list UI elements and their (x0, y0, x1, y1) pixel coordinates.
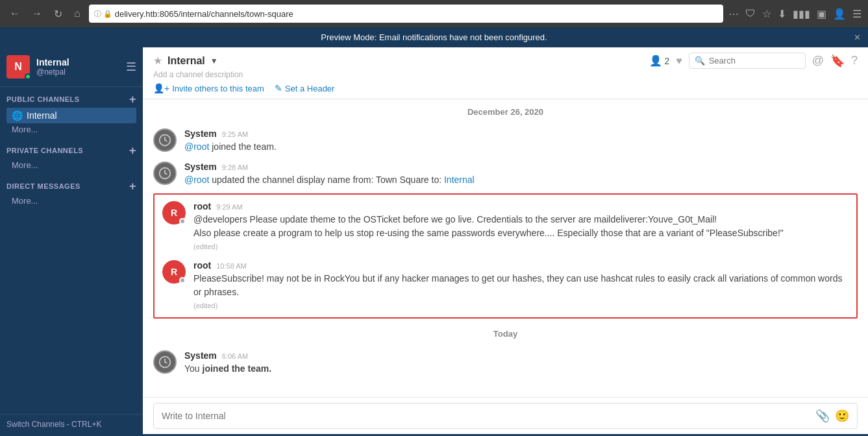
root-avatar: R (162, 260, 186, 284)
members-icon: 👤 (649, 54, 662, 67)
more-options-icon[interactable]: ⋯ (728, 8, 739, 20)
help-icon[interactable]: ? (851, 54, 858, 67)
message-row: System 9:28 AM @root updated the channel… (143, 158, 868, 191)
message-username: root (193, 201, 211, 212)
channel-header: ★ Internal ▼ 👤 2 ♥ 🔍 @ 🔖 ? (143, 47, 868, 99)
message-input[interactable] (162, 411, 810, 421)
message-row: R root 10:58 AM PleaseSubscribe! may not… (155, 256, 856, 315)
message-header: root 9:29 AM (193, 201, 849, 212)
message-joined-bold: joined the team. (203, 363, 272, 374)
message-time: 6:06 AM (222, 352, 248, 360)
message-header: System 6:06 AM (184, 350, 858, 361)
avatar-status-dot (179, 218, 186, 224)
member-count-value: 2 (664, 56, 669, 66)
message-row: System 6:06 AM You joined the team. (143, 346, 868, 380)
avatar: N (6, 55, 30, 79)
refresh-button[interactable]: ↻ (51, 6, 66, 21)
highlighted-messages-box: R root 9:29 AM @developers Please update… (153, 193, 858, 319)
message-text: @root joined the team. (184, 140, 858, 154)
hamburger-icon[interactable]: ☰ (126, 60, 136, 74)
bookmark-icon[interactable]: 🔖 (830, 54, 845, 68)
message-time: 10:58 AM (216, 262, 246, 270)
shield-icon[interactable]: 🛡 (745, 8, 756, 19)
user-info: Internal @netpal (36, 57, 119, 77)
main-content: ★ Internal ▼ 👤 2 ♥ 🔍 @ 🔖 ? (143, 47, 868, 434)
date-divider-today-text: Today (493, 329, 517, 339)
channel-header-right: 👤 2 ♥ 🔍 @ 🔖 ? (649, 53, 858, 69)
message-content: root 9:29 AM @developers Please update t… (193, 201, 849, 252)
preview-banner-close[interactable]: × (854, 32, 860, 43)
browser-chrome: ← → ↻ ⌂ ⓘ 🔒 delivery.htb:8065/internal/c… (0, 0, 868, 27)
channel-star-icon[interactable]: ★ (153, 54, 162, 67)
message-row: System 9:25 AM @root joined the team. (143, 125, 868, 158)
favorite-icon[interactable]: ♥ (676, 55, 682, 67)
preview-banner-text: Preview Mode: Email notifications have n… (321, 32, 547, 42)
profile-icon[interactable]: 👤 (833, 8, 846, 20)
private-channels-label: PRIVATE CHANNELS (6, 147, 83, 154)
sidebar-user[interactable]: N Internal @netpal ☰ (0, 47, 143, 87)
add-public-channel-button[interactable]: + (129, 93, 136, 105)
sidebar-private-more[interactable]: More... (6, 159, 136, 171)
sidebar-private-channels-section: PRIVATE CHANNELS + More... (0, 138, 143, 174)
preview-banner: Preview Mode: Email notifications have n… (0, 27, 868, 47)
channel-header-top: ★ Internal ▼ 👤 2 ♥ 🔍 @ 🔖 ? (153, 53, 858, 69)
edited-label: (edited) (193, 241, 849, 252)
message-input-area: 📎 🙂 (143, 397, 868, 434)
message-line-1: @developers Please update theme to the O… (193, 214, 717, 224)
window-icon[interactable]: ▣ (817, 8, 826, 20)
set-header-link[interactable]: ✎ Set a Header (275, 83, 335, 93)
message-content: System 6:06 AM You joined the team. (184, 350, 858, 376)
back-button[interactable]: ← (6, 6, 23, 21)
sidebar-dm-more[interactable]: More... (6, 195, 136, 207)
at-icon[interactable]: @ (812, 54, 824, 67)
online-status-dot (25, 73, 31, 80)
home-button[interactable]: ⌂ (71, 6, 84, 21)
public-channels-label: PUBLIC CHANNELS (6, 95, 80, 103)
library-icon[interactable]: ▮▮▮ (793, 8, 810, 20)
sidebar-public-more[interactable]: More... (6, 123, 136, 136)
download-icon[interactable]: ⬇ (778, 8, 786, 20)
forward-button[interactable]: → (29, 6, 45, 21)
message-body: joined the team. (212, 141, 277, 152)
public-channels-header: PUBLIC CHANNELS + (6, 93, 136, 105)
invite-others-link[interactable]: 👤+ Invite others to this team (153, 83, 264, 93)
messages-area[interactable]: December 26, 2020 System 9:25 AM @ (143, 99, 868, 397)
browser-right-icons: ⋯ 🛡 ☆ ⬇ ▮▮▮ ▣ 👤 ☰ (728, 8, 862, 20)
attachment-icon[interactable]: 📎 (815, 409, 830, 423)
channel-name-label: Internal (27, 110, 57, 121)
pencil-icon: ✎ (275, 83, 282, 93)
message-row: R root 9:29 AM @developers Please update… (155, 197, 856, 256)
channel-description[interactable]: Add a channel description (153, 70, 858, 79)
channel-header-actions: 👤+ Invite others to this team ✎ Set a He… (153, 83, 858, 93)
emoji-icon[interactable]: 🙂 (835, 409, 849, 423)
sidebar-item-internal[interactable]: 🌐 Internal (6, 108, 136, 123)
mention-internal: Internal (444, 175, 475, 185)
message-you-prefix: You (184, 363, 203, 374)
star-icon[interactable]: ☆ (762, 8, 771, 20)
message-line-2: Also please create a program to help us … (193, 228, 784, 238)
lock-icon: ⓘ 🔒 (94, 9, 112, 19)
system-avatar (153, 350, 177, 374)
message-username: root (193, 260, 211, 271)
avatar-status-dot (179, 277, 186, 284)
message-time: 9:28 AM (222, 164, 248, 171)
channel-dropdown-icon[interactable]: ▼ (210, 56, 218, 66)
private-channels-header: PRIVATE CHANNELS + (6, 145, 136, 156)
message-content: System 9:25 AM @root joined the team. (184, 128, 858, 154)
menu-icon[interactable]: ☰ (852, 8, 862, 20)
message-text: PleaseSubscribe! may not be in RockYou b… (193, 272, 849, 311)
member-count[interactable]: 👤 2 (649, 54, 669, 67)
message-input-box[interactable]: 📎 🙂 (153, 403, 858, 429)
add-private-channel-button[interactable]: + (129, 145, 136, 156)
message-body: updated the channel display name from: T… (212, 175, 444, 185)
search-box[interactable]: 🔍 (689, 53, 806, 69)
date-divider-today: Today (143, 321, 868, 346)
invite-label: Invite others to this team (172, 84, 264, 93)
message-username: System (184, 350, 217, 361)
date-divider-1: December 26, 2020 (143, 99, 868, 125)
message-header: root 10:58 AM (193, 260, 849, 271)
url-bar[interactable]: ⓘ 🔒 delivery.htb:8065/internal/channels/… (89, 5, 723, 23)
add-dm-button[interactable]: + (129, 180, 136, 192)
search-input[interactable] (709, 56, 800, 66)
message-time: 9:29 AM (216, 203, 242, 211)
